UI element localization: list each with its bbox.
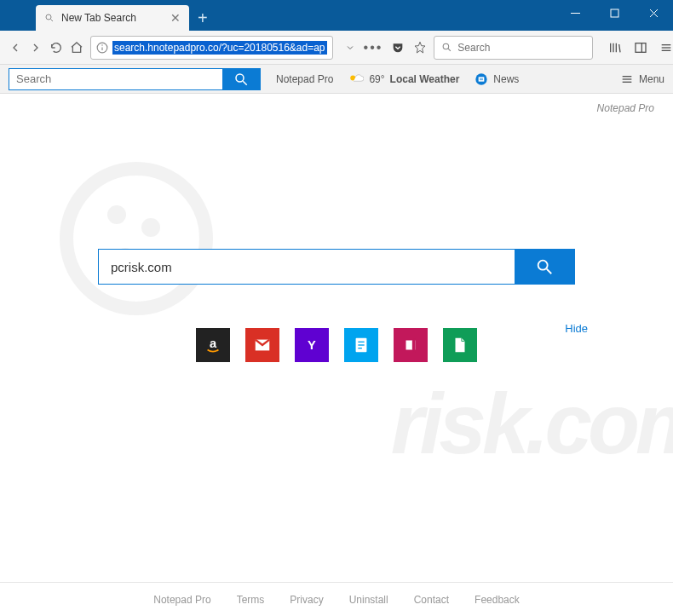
address-url: search.hnotepadpro.co/?uc=20180516&ad=ap [112, 41, 327, 55]
svg-point-7 [101, 44, 103, 46]
browser-search-input[interactable] [457, 42, 585, 54]
svg-rect-3 [611, 9, 618, 17]
footer-link-privacy[interactable]: Privacy [290, 594, 323, 606]
ext-weather-label: Local Weather [390, 73, 460, 85]
tile-amazon[interactable]: a [196, 328, 230, 362]
hide-link[interactable]: Hide [565, 322, 588, 335]
search-icon [441, 42, 452, 53]
svg-point-0 [46, 14, 51, 20]
svg-line-1 [51, 20, 54, 22]
svg-point-16 [236, 74, 244, 82]
footer-link-notepad-pro[interactable]: Notepad Pro [153, 594, 210, 606]
footer: Notepad ProTermsPrivacyUninstallContactF… [0, 582, 673, 616]
hamburger-menu-icon [620, 72, 634, 86]
page-actions-icon[interactable]: ••• [364, 40, 383, 55]
chevron-down-icon[interactable] [345, 43, 355, 53]
new-tab-button[interactable]: + [189, 5, 216, 31]
pocket-icon[interactable] [391, 41, 405, 55]
window-close-button[interactable] [634, 0, 673, 26]
reload-button[interactable] [49, 37, 63, 58]
weather-icon [348, 73, 364, 85]
browser-search-bar[interactable] [434, 36, 593, 60]
footer-link-uninstall[interactable]: Uninstall [349, 594, 388, 606]
window-minimize-button[interactable] [555, 0, 595, 26]
forward-button[interactable] [29, 37, 43, 58]
library-icon[interactable] [608, 41, 622, 55]
tile-docs[interactable] [443, 328, 477, 362]
svg-text:Y: Y [308, 338, 316, 352]
extension-toolbar: Notepad Pro 69° Local Weather News Menu [0, 65, 673, 94]
ext-search-button[interactable] [222, 69, 260, 89]
ext-news-link[interactable]: News [475, 72, 519, 86]
svg-point-9 [444, 43, 450, 49]
tab-close-icon[interactable]: ✕ [170, 11, 181, 25]
search-icon [44, 13, 55, 23]
ext-notepad-link[interactable]: Notepad Pro [276, 73, 333, 85]
tile-gmail[interactable] [245, 328, 279, 362]
footer-link-feedback[interactable]: Feedback [475, 594, 520, 606]
ext-search [9, 68, 261, 90]
ext-weather-link[interactable]: 69° Local Weather [348, 73, 459, 85]
ext-menu-button[interactable]: Menu [620, 72, 664, 86]
browser-tab[interactable]: New Tab Search ✕ [36, 5, 189, 31]
ext-menu-label: Menu [639, 73, 664, 85]
main-search-button[interactable] [515, 250, 574, 284]
footer-link-terms[interactable]: Terms [237, 594, 265, 606]
back-button[interactable] [9, 37, 22, 58]
svg-rect-20 [479, 77, 485, 81]
address-bar[interactable]: search.hnotepadpro.co/?uc=20180516&ad=ap [90, 36, 333, 60]
address-controls: ••• [345, 40, 428, 55]
svg-text:a: a [210, 337, 217, 350]
info-icon [96, 42, 108, 54]
ext-weather-temp: 69° [369, 73, 384, 85]
home-button[interactable] [70, 37, 83, 58]
tile-notes[interactable] [344, 328, 378, 362]
ext-news-label: News [493, 73, 519, 85]
news-icon [475, 72, 488, 86]
svg-rect-11 [636, 43, 646, 52]
hamburger-menu-icon[interactable] [659, 41, 673, 55]
svg-line-10 [448, 49, 451, 51]
page-content: Notepad Pro Hide aY [0, 94, 673, 582]
tab-title: New Tab Search [61, 12, 136, 24]
nav-toolbar: search.hnotepadpro.co/?uc=20180516&ad=ap… [0, 31, 673, 65]
svg-line-17 [243, 81, 247, 85]
search-icon [233, 72, 249, 87]
tile-yahoo[interactable]: Y [295, 328, 329, 362]
ext-notepad-label: Notepad Pro [276, 73, 333, 85]
search-icon [535, 257, 554, 276]
main-search [98, 249, 575, 285]
footer-link-contact[interactable]: Contact [414, 594, 449, 606]
quick-tiles: aY [196, 328, 477, 362]
window-maximize-button[interactable] [595, 0, 634, 26]
main-search-input[interactable] [99, 250, 515, 284]
svg-line-27 [547, 269, 552, 274]
titlebar: New Tab Search ✕ + [0, 0, 673, 31]
tile-share[interactable] [394, 328, 428, 362]
bookmark-star-icon[interactable] [413, 41, 427, 55]
ext-search-input[interactable] [9, 69, 222, 89]
sidebar-icon[interactable] [634, 41, 647, 55]
svg-point-26 [538, 261, 548, 270]
